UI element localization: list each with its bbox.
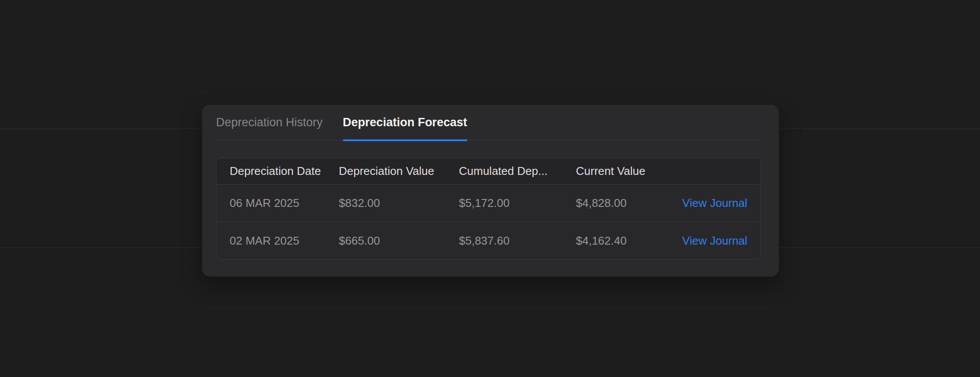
tab-depreciation-forecast[interactable]: Depreciation Forecast [343,105,467,140]
cell-depreciation-date: 02 MAR 2025 [230,234,339,248]
cell-depreciation-value: $832.00 [339,196,459,210]
cell-depreciation-value: $665.00 [339,234,459,248]
table-row: 02 MAR 2025 $665.00 $5,837.60 $4,162.40 … [217,222,760,259]
cell-current-value: $4,162.40 [576,234,677,248]
column-header-depreciation-date: Depreciation Date [230,164,339,178]
cell-current-value: $4,828.00 [576,196,677,210]
depreciation-forecast-table: Depreciation Date Depreciation Value Cum… [216,158,761,260]
cell-cumulated-dep: $5,837.60 [459,234,576,248]
column-header-depreciation-value: Depreciation Value [339,164,459,178]
tab-label: Depreciation Forecast [343,116,467,129]
view-journal-link[interactable]: View Journal [682,234,747,247]
tab-depreciation-history[interactable]: Depreciation History [216,105,323,140]
column-header-cumulated-dep: Cumulated Dep... [459,164,576,178]
depreciation-card: Depreciation History Depreciation Foreca… [202,105,779,277]
tab-bar: Depreciation History Depreciation Foreca… [216,105,761,140]
table-header-row: Depreciation Date Depreciation Value Cum… [217,158,760,185]
cell-cumulated-dep: $5,172.00 [459,196,576,210]
table-row: 06 MAR 2025 $832.00 $5,172.00 $4,828.00 … [217,185,760,222]
cell-depreciation-date: 06 MAR 2025 [230,196,339,210]
column-header-current-value: Current Value [576,164,677,178]
active-tab-indicator [343,139,467,141]
view-journal-link[interactable]: View Journal [682,196,747,210]
